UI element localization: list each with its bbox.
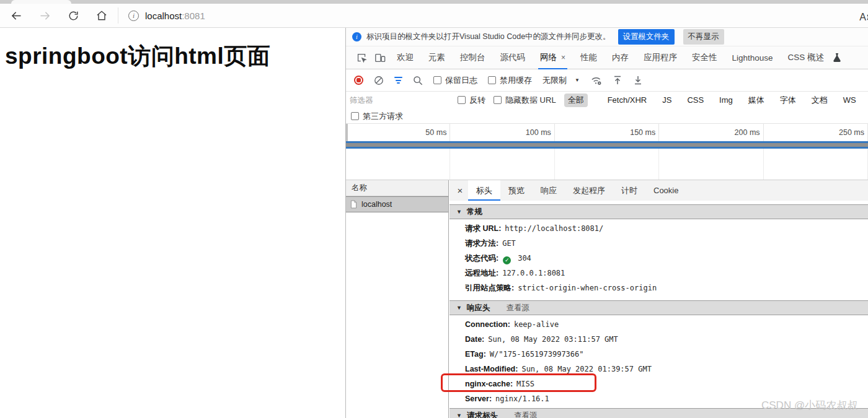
inspect-cursor-icon	[356, 53, 367, 63]
detail-tab-cookies[interactable]: Cookie	[645, 180, 686, 201]
network-timeline-ruler: 50 ms 100 ms 150 ms 200 ms 250 ms	[346, 124, 868, 141]
network-overview-band[interactable]	[346, 141, 868, 149]
timeline-tick: 50 ms	[346, 124, 450, 141]
filter-type-doc[interactable]: 文档	[808, 94, 831, 107]
set-root-folder-button[interactable]: 设置根文件夹	[618, 29, 675, 45]
notice-info-icon: i	[352, 32, 361, 41]
tab-memory[interactable]: 内存	[604, 46, 636, 69]
detail-tab-response[interactable]: 响应	[533, 180, 565, 201]
view-source-link[interactable]: 查看源	[514, 411, 538, 418]
header-row-etag: ETag:W/"175-1651973997366"	[450, 347, 868, 362]
url-text[interactable]: localhost:8081	[145, 11, 205, 21]
home-icon	[95, 9, 108, 22]
document-file-icon	[350, 200, 357, 209]
clear-network-log-button[interactable]	[374, 76, 384, 85]
filter-toggle-button[interactable]	[394, 77, 402, 84]
refresh-button[interactable]	[66, 8, 81, 23]
status-ok-icon: ✓	[503, 256, 511, 264]
collapse-arrow-icon: ▼	[456, 209, 462, 215]
site-info-icon[interactable]: i	[128, 11, 139, 21]
filter-type-xhr[interactable]: Fetch/XHR	[604, 94, 651, 106]
devtools-panel: i 标识项目的根文件夹以打开Visual Studio Code中的源文件并同步…	[345, 28, 868, 418]
network-conditions-button[interactable]	[590, 75, 602, 86]
tab-css-overview[interactable]: CSS 概述	[781, 46, 832, 69]
detail-tab-preview[interactable]: 预览	[500, 180, 533, 201]
filter-input[interactable]	[350, 96, 450, 105]
csdn-watermark: CSDN @小码农叔叔	[761, 398, 857, 412]
network-toolbar: 保留日志 禁用缓存 无限制▼	[346, 69, 868, 92]
throttling-dropdown[interactable]: 无限制▼	[542, 75, 580, 86]
filter-type-all[interactable]: 全部	[564, 94, 588, 107]
export-har-button[interactable]	[633, 75, 643, 85]
read-aloud-button[interactable]: A	[859, 12, 868, 23]
close-detail-button[interactable]: ×	[452, 185, 468, 196]
devtools-tab-bar: 欢迎 元素 控制台 源代码 网络× 性能 内存 应用程序 安全性 Lightho…	[346, 46, 868, 69]
tab-network[interactable]: 网络×	[533, 46, 573, 69]
filter-type-font[interactable]: 字体	[776, 94, 800, 107]
chevron-down-icon: ▼	[575, 77, 580, 83]
filter-type-css[interactable]: CSS	[683, 94, 707, 106]
header-row-last-modified: Last-Modified:Sun, 08 May 2022 01:39:57 …	[450, 362, 868, 377]
general-rows: 请求 URL:http://localhost:8081/ 请求方法:GET 状…	[450, 219, 868, 297]
address-bar[interactable]: i localhost:8081	[118, 7, 205, 24]
forward-button[interactable]	[37, 8, 52, 23]
filter-type-ws[interactable]: WS	[839, 94, 860, 106]
request-name-column: 名称 localhost	[346, 180, 449, 418]
detail-tab-timing[interactable]: 计时	[613, 180, 645, 201]
devtools-notice-bar: i 标识项目的根文件夹以打开Visual Studio Code中的源文件并同步…	[346, 28, 868, 46]
filter-type-img[interactable]: Img	[715, 94, 737, 106]
network-filter-bar: 反转 隐藏数据 URL 全部 Fetch/XHR JS CSS Img 媒体 字…	[346, 92, 868, 124]
experiment-flask-icon	[833, 53, 841, 63]
tab-security[interactable]: 安全性	[684, 46, 725, 69]
header-row-status-code: 状态代码:✓304	[450, 251, 868, 266]
close-tab-icon[interactable]: ×	[561, 53, 565, 62]
network-detail-split: 名称 localhost × 标头 预览 响应 发起程序 计时 Cookie ▼…	[346, 180, 868, 418]
tab-sources[interactable]: 源代码	[493, 46, 533, 69]
page-title: springboot访问html页面	[5, 41, 270, 72]
filter-type-js[interactable]: JS	[658, 94, 675, 106]
request-row-localhost[interactable]: localhost	[346, 196, 448, 212]
header-row-referrer-policy: 引用站点策略:strict-origin-when-cross-origin	[450, 281, 868, 295]
refresh-icon	[68, 10, 79, 22]
detail-tab-initiator[interactable]: 发起程序	[565, 180, 613, 201]
hide-data-urls-checkbox[interactable]: 隐藏数据 URL	[494, 95, 556, 106]
home-button[interactable]	[94, 8, 109, 23]
preserve-log-checkbox[interactable]: 保留日志	[433, 75, 477, 86]
inspect-element-button[interactable]	[352, 46, 371, 69]
tab-application[interactable]: 应用程序	[636, 46, 684, 69]
third-party-checkbox[interactable]: 第三方请求	[351, 111, 403, 122]
header-row-date: Date:Sun, 08 May 2022 03:11:57 GMT	[450, 332, 868, 347]
import-har-button[interactable]	[613, 75, 622, 85]
response-headers-section-header[interactable]: ▼ 响应头 查看源	[450, 300, 868, 315]
collapse-arrow-icon: ▼	[456, 412, 462, 418]
invert-filter-checkbox[interactable]: 反转	[458, 95, 485, 106]
disable-cache-checkbox[interactable]: 禁用缓存	[488, 75, 532, 86]
import-har-icon	[613, 75, 622, 85]
filter-type-media[interactable]: 媒体	[745, 94, 768, 107]
view-source-link[interactable]: 查看源	[506, 303, 529, 313]
header-row-remote-address: 远程地址:127.0.0.1:8081	[450, 266, 868, 281]
tab-console[interactable]: 控制台	[453, 46, 493, 69]
notice-text: 标识项目的根文件夹以打开Visual Studio Code中的源文件并同步更改…	[366, 32, 611, 42]
header-row-request-method: 请求方法:GET	[450, 236, 868, 251]
forward-arrow-icon	[38, 9, 51, 22]
name-column-header[interactable]: 名称	[346, 180, 448, 196]
tab-lighthouse[interactable]: Lighthouse	[725, 46, 781, 69]
search-icon	[413, 76, 423, 85]
tab-performance[interactable]: 性能	[573, 46, 604, 69]
timeline-left-edge	[346, 124, 348, 141]
tab-welcome[interactable]: 欢迎	[389, 46, 421, 69]
header-row-nginx-cache: nginx-cache:MISS	[450, 377, 868, 391]
network-conditions-icon	[590, 75, 602, 86]
timeline-tick: 200 ms	[659, 124, 763, 141]
record-network-log-button[interactable]	[354, 76, 363, 85]
detail-tab-headers[interactable]: 标头	[468, 180, 500, 201]
general-section-header[interactable]: ▼ 常规	[450, 204, 868, 219]
tab-elements[interactable]: 元素	[421, 46, 453, 69]
dismiss-notice-button[interactable]: 不再显示	[683, 29, 724, 45]
search-network-button[interactable]	[413, 76, 423, 85]
back-arrow-icon	[10, 9, 23, 22]
back-button[interactable]	[9, 8, 24, 23]
export-har-icon	[633, 75, 643, 85]
device-toolbar-button[interactable]	[371, 46, 389, 69]
